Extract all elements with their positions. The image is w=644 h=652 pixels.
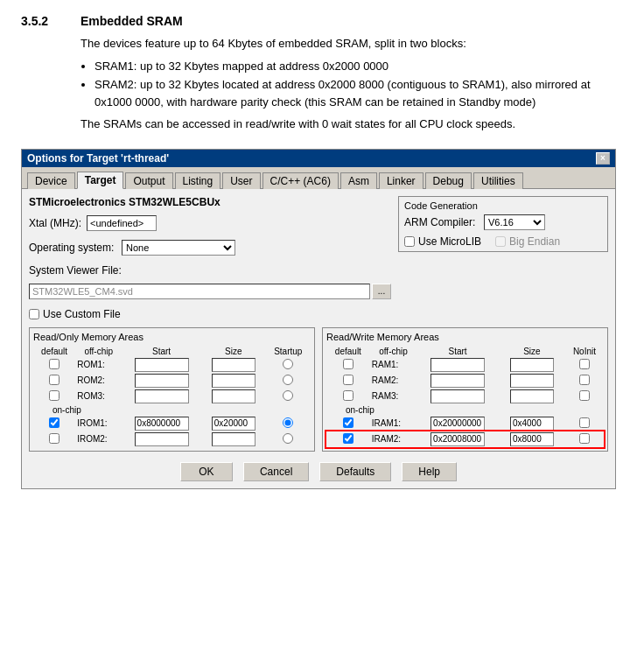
code-gen-title: Code Generation — [404, 200, 602, 211]
tab-c-cpp[interactable]: C/C++ (AC6) — [262, 172, 339, 189]
use-custom-file-checkbox[interactable] — [29, 309, 39, 319]
dialog: Options for Target 'rt-thread' × Device … — [21, 149, 616, 489]
ro-col-offchip: off-chip — [75, 346, 122, 357]
rom3-start[interactable] — [135, 389, 189, 403]
irom2-default-cb[interactable] — [49, 433, 60, 444]
irom2-start[interactable] — [135, 432, 189, 446]
ro-col-size: Size — [201, 346, 266, 357]
tab-target[interactable]: Target — [77, 172, 124, 189]
ram3-default-cb[interactable] — [343, 390, 354, 401]
ram1-default-cb[interactable] — [343, 359, 354, 369]
irom2-size[interactable] — [212, 432, 256, 446]
xtal-input[interactable] — [87, 215, 157, 231]
table-row: ROM2: — [33, 373, 311, 389]
ram3-noinit-cb[interactable] — [579, 390, 590, 401]
right-panel: Code Generation ARM Compiler: V6.16 V5.0… — [398, 196, 608, 320]
rom3-size[interactable] — [212, 389, 256, 403]
rom1-default-cb[interactable] — [49, 359, 60, 369]
compiler-select[interactable]: V6.16 V5.06 — [484, 214, 545, 230]
rom1-size[interactable] — [212, 358, 256, 372]
tab-output[interactable]: Output — [125, 172, 172, 189]
compiler-row: ARM Compiler: V6.16 V5.06 — [404, 214, 602, 230]
iram1-start[interactable] — [430, 417, 485, 431]
readonly-memory-title: Read/Only Memory Areas — [33, 332, 311, 342]
browse-button[interactable]: ... — [372, 284, 391, 299]
iram2-size[interactable] — [510, 432, 554, 446]
irom1-start[interactable] — [135, 417, 189, 431]
section-heading: 3.5.2 Embedded SRAM — [21, 14, 623, 28]
table-row: RAM1: — [326, 357, 604, 373]
table-row: RAM3: — [326, 389, 604, 404]
tab-utilities[interactable]: Utilities — [473, 172, 523, 189]
iram1-noinit-cb[interactable] — [579, 417, 590, 428]
tab-linker[interactable]: Linker — [379, 172, 424, 189]
readwrite-memory-group: Read/Write Memory Areas default off-chip… — [322, 327, 608, 452]
use-microlib-checkbox[interactable] — [404, 236, 415, 247]
irom2-startup-radio[interactable] — [283, 433, 293, 444]
svd-input[interactable] — [29, 284, 370, 299]
tab-device[interactable]: Device — [27, 172, 75, 189]
readonly-memory-table: default off-chip Start Size Startup ROM1… — [33, 346, 311, 447]
table-row: IROM1: — [33, 416, 311, 431]
rom1-start[interactable] — [135, 358, 189, 372]
irom1-startup-radio[interactable] — [283, 417, 293, 428]
table-row: ROM1: — [33, 357, 311, 373]
bullet-2: SRAM2: up to 32 Kbytes located at addres… — [94, 76, 623, 110]
ram3-start[interactable] — [430, 389, 485, 403]
ram2-size[interactable] — [510, 374, 554, 388]
ram2-noinit-cb[interactable] — [579, 375, 590, 385]
ro-col-start: Start — [122, 346, 201, 357]
table-row: ROM3: — [33, 389, 311, 404]
ro-col-startup: Startup — [266, 346, 311, 357]
bullet-list: SRAM1: up to 32 Kbytes mapped at address… — [94, 58, 623, 111]
os-select[interactable]: None — [122, 240, 235, 256]
tab-listing[interactable]: Listing — [175, 172, 221, 189]
ok-button[interactable]: OK — [180, 462, 233, 481]
bullet-1: SRAM1: up to 32 Kbytes mapped at address… — [94, 58, 623, 75]
rom3-default-cb[interactable] — [49, 390, 60, 401]
ram2-default-cb[interactable] — [343, 375, 354, 385]
tab-debug[interactable]: Debug — [425, 172, 472, 189]
ram1-start[interactable] — [430, 358, 485, 372]
use-custom-file-label: Use Custom File — [43, 308, 121, 320]
dialog-tabs: Device Target Output Listing User C/C++ … — [22, 167, 615, 189]
readwrite-memory-title: Read/Write Memory Areas — [326, 332, 604, 342]
ram1-size[interactable] — [510, 358, 554, 372]
table-row: RAM2: — [326, 373, 604, 389]
iram1-default-cb[interactable] — [343, 417, 354, 428]
tab-user[interactable]: User — [222, 172, 260, 189]
irom1-size[interactable] — [212, 417, 256, 431]
iram2-default-cb[interactable] — [343, 433, 354, 444]
tab-asm[interactable]: Asm — [340, 172, 377, 189]
device-label: STMicroelectronics STM32WLE5CBUx — [29, 196, 391, 208]
rw-col-noinit: NoInit — [565, 346, 604, 357]
close-button[interactable]: × — [596, 152, 610, 165]
memory-section: Read/Only Memory Areas default off-chip … — [22, 327, 615, 457]
help-button[interactable]: Help — [402, 462, 457, 481]
irom1-default-cb[interactable] — [49, 417, 60, 428]
ram2-start[interactable] — [430, 374, 485, 388]
ram1-noinit-cb[interactable] — [579, 359, 590, 369]
rom2-size[interactable] — [212, 374, 256, 388]
iram1-size[interactable] — [510, 417, 554, 431]
iram2-noinit-cb[interactable] — [579, 433, 590, 444]
table-row: on-chip — [33, 404, 311, 416]
os-label: Operating system: — [29, 242, 116, 254]
rom2-startup-radio[interactable] — [283, 375, 293, 385]
rom2-default-cb[interactable] — [49, 375, 60, 385]
defaults-button[interactable]: Defaults — [319, 462, 391, 481]
table-row: on-chip — [326, 404, 604, 416]
big-endian-checkbox[interactable] — [495, 236, 506, 247]
rw-col-offchip: off-chip — [370, 346, 417, 357]
cancel-button[interactable]: Cancel — [243, 462, 309, 481]
iram2-start[interactable] — [430, 432, 485, 446]
rom3-startup-radio[interactable] — [283, 390, 293, 401]
rom1-startup-radio[interactable] — [283, 359, 293, 369]
ram3-size[interactable] — [510, 389, 554, 403]
use-custom-file-row: Use Custom File — [29, 308, 391, 320]
dialog-overlay: Options for Target 'rt-thread' × Device … — [0, 149, 644, 503]
rom2-start[interactable] — [135, 374, 189, 388]
svd-label: System Viewer File: — [29, 264, 391, 277]
dialog-footer: OK Cancel Defaults Help — [22, 457, 615, 488]
rw-col-size: Size — [499, 346, 565, 357]
